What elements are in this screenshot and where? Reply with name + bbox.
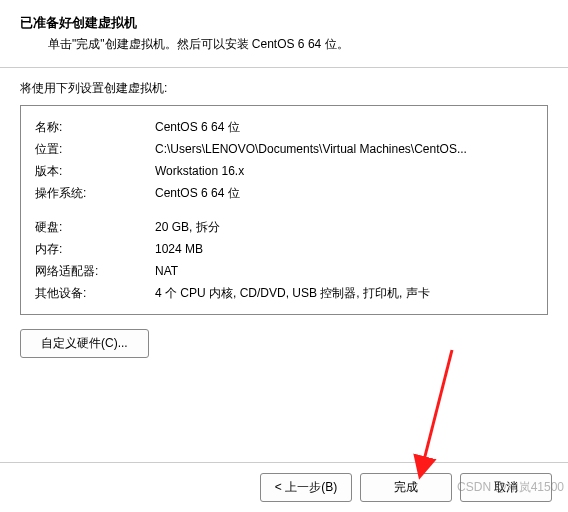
summary-value: Workstation 16.x (155, 160, 533, 182)
summary-label: 硬盘: (35, 216, 155, 238)
cancel-button[interactable]: 取消 (460, 473, 552, 502)
summary-label: 版本: (35, 160, 155, 182)
summary-row-os: 操作系统: CentOS 6 64 位 (35, 182, 533, 204)
summary-value: NAT (155, 260, 533, 282)
back-button[interactable]: < 上一步(B) (260, 473, 352, 502)
wizard-header: 已准备好创建虚拟机 单击"完成"创建虚拟机。然后可以安装 CentOS 6 64… (0, 0, 568, 61)
svg-line-0 (422, 350, 452, 468)
summary-row-other: 其他设备: 4 个 CPU 内核, CD/DVD, USB 控制器, 打印机, … (35, 282, 533, 304)
summary-row-disk: 硬盘: 20 GB, 拆分 (35, 216, 533, 238)
summary-label: 其他设备: (35, 282, 155, 304)
summary-value: 20 GB, 拆分 (155, 216, 533, 238)
summary-value: CentOS 6 64 位 (155, 182, 533, 204)
summary-label: 网络适配器: (35, 260, 155, 282)
settings-intro-label: 将使用下列设置创建虚拟机: (0, 68, 568, 105)
summary-row-network: 网络适配器: NAT (35, 260, 533, 282)
wizard-footer: < 上一步(B) 完成 取消 (0, 462, 568, 512)
wizard-title: 已准备好创建虚拟机 (20, 14, 548, 32)
summary-row-memory: 内存: 1024 MB (35, 238, 533, 260)
summary-value: 4 个 CPU 内核, CD/DVD, USB 控制器, 打印机, 声卡 (155, 282, 533, 304)
summary-value: C:\Users\LENOVO\Documents\Virtual Machin… (155, 138, 533, 160)
summary-row-location: 位置: C:\Users\LENOVO\Documents\Virtual Ma… (35, 138, 533, 160)
summary-label: 位置: (35, 138, 155, 160)
summary-label: 操作系统: (35, 182, 155, 204)
summary-row-name: 名称: CentOS 6 64 位 (35, 116, 533, 138)
summary-label: 名称: (35, 116, 155, 138)
customize-hardware-button[interactable]: 自定义硬件(C)... (20, 329, 149, 358)
summary-value: 1024 MB (155, 238, 533, 260)
summary-row-version: 版本: Workstation 16.x (35, 160, 533, 182)
summary-value: CentOS 6 64 位 (155, 116, 533, 138)
finish-button[interactable]: 完成 (360, 473, 452, 502)
settings-summary-box: 名称: CentOS 6 64 位 位置: C:\Users\LENOVO\Do… (20, 105, 548, 315)
wizard-subtitle: 单击"完成"创建虚拟机。然后可以安装 CentOS 6 64 位。 (20, 32, 548, 53)
summary-label: 内存: (35, 238, 155, 260)
